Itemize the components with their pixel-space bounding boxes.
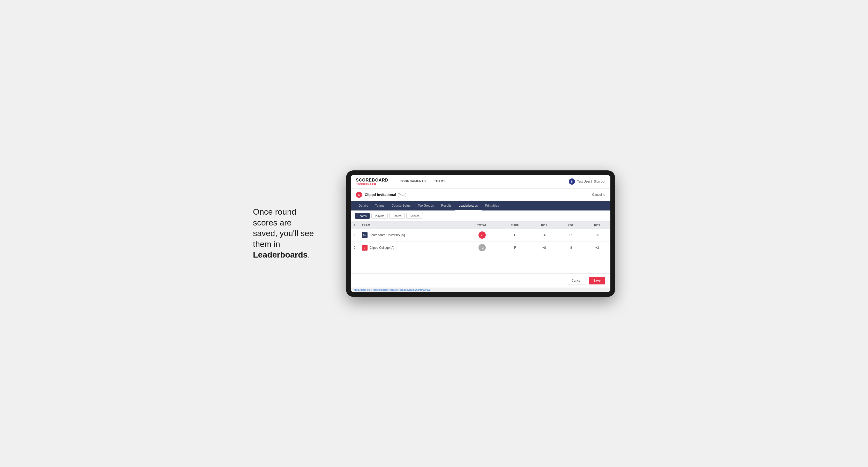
row1-total: -5 — [465, 229, 499, 242]
cancel-button[interactable]: Cancel — [567, 277, 586, 284]
table-row: 1 SU Scoreboard University [A] -5 F — [351, 229, 610, 242]
tablet-frame: SCOREBOARD Powered by clippd TOURNAMENTS… — [346, 170, 615, 297]
tablet-screen: SCOREBOARD Powered by clippd TOURNAMENTS… — [351, 175, 610, 292]
row1-rd2: +5 — [557, 229, 584, 242]
tournament-name: Clippd Invitational — [365, 193, 396, 197]
cancel-x-button[interactable]: Cancel ✕ — [592, 193, 605, 196]
user-name: Test User | — [577, 180, 592, 183]
row2-rd1: +8 — [531, 241, 557, 254]
leaderboard-table: # TEAM TOTAL THRU RD1 RD2 RD3 1 — [351, 222, 610, 254]
tab-printables[interactable]: Printables — [482, 201, 502, 211]
leaderboard-content: # TEAM TOTAL THRU RD1 RD2 RD3 1 — [351, 222, 610, 273]
col-rd3: RD3 — [584, 222, 611, 229]
row1-rd1: -4 — [531, 229, 557, 242]
tab-course-setup[interactable]: Course Setup — [388, 201, 414, 211]
row2-rd3: +3 — [584, 241, 611, 254]
tab-results[interactable]: Results — [437, 201, 455, 211]
col-rd2: RD2 — [557, 222, 584, 229]
row2-team: C Clippd College [A] — [359, 241, 465, 254]
sub-nav: Details Teams Course Setup Tee Groups Re… — [351, 201, 610, 211]
user-avatar: S — [569, 179, 575, 185]
tournament-icon: C — [356, 192, 362, 198]
url-bar: https://stage-blue-coach.stagescoreboard… — [351, 287, 610, 292]
sidebar-description: Once round scores are saved, you'll see … — [253, 207, 331, 260]
row2-total: +3 — [465, 241, 499, 254]
nav-links: TOURNAMENTS TEAMS — [396, 175, 450, 188]
filter-scores[interactable]: Scores — [389, 213, 405, 219]
col-total: TOTAL — [465, 222, 499, 229]
logo-powered: Powered by clippd — [356, 183, 389, 185]
row1-team: SU Scoreboard University [A] — [359, 229, 465, 242]
col-team: TEAM — [359, 222, 465, 229]
filter-strokes[interactable]: Strokes — [406, 213, 423, 219]
logo-title: SCOREBOARD — [356, 178, 389, 183]
tournament-gender: (Men) — [398, 193, 406, 196]
nav-tournaments[interactable]: TOURNAMENTS — [396, 175, 430, 188]
col-thru: THRU — [499, 222, 531, 229]
modal-footer: Cancel Save — [351, 273, 610, 287]
table-row: 2 C Clippd College [A] +3 F — [351, 241, 610, 254]
tab-tee-groups[interactable]: Tee Groups — [414, 201, 437, 211]
row2-thru: F — [499, 241, 531, 254]
filter-bar: Teams Players Scores Strokes — [351, 211, 610, 222]
row1-thru: F — [499, 229, 531, 242]
logo-area: SCOREBOARD Powered by clippd — [356, 178, 389, 185]
sign-out-link[interactable]: Sign out — [594, 180, 605, 183]
col-rd1: RD1 — [531, 222, 557, 229]
row1-total-badge: -5 — [478, 231, 486, 239]
tab-teams[interactable]: Teams — [372, 201, 388, 211]
filter-players[interactable]: Players — [371, 213, 388, 219]
row1-rd3: -6 — [584, 229, 611, 242]
row2-rank: 2 — [351, 241, 359, 254]
row1-rank: 1 — [351, 229, 359, 242]
top-nav: SCOREBOARD Powered by clippd TOURNAMENTS… — [351, 175, 610, 188]
nav-right: S Test User | Sign out — [569, 179, 605, 185]
tab-leaderboards[interactable]: Leaderboards — [455, 201, 481, 211]
filter-teams[interactable]: Teams — [355, 213, 370, 219]
row1-logo: SU — [362, 232, 368, 238]
tournament-header: C Clippd Invitational (Men) Cancel ✕ — [351, 188, 610, 201]
col-rank: # — [351, 222, 359, 229]
row2-total-badge: +3 — [478, 244, 486, 251]
nav-teams[interactable]: TEAMS — [430, 175, 450, 188]
row1-team-name: Scoreboard University [A] — [370, 233, 405, 237]
row2-rd2: -8 — [557, 241, 584, 254]
table-header-row: # TEAM TOTAL THRU RD1 RD2 RD3 — [351, 222, 610, 229]
row2-logo: C — [362, 245, 368, 251]
tab-details[interactable]: Details — [355, 201, 372, 211]
save-button[interactable]: Save — [589, 277, 605, 284]
row2-team-name: Clippd College [A] — [370, 246, 395, 250]
